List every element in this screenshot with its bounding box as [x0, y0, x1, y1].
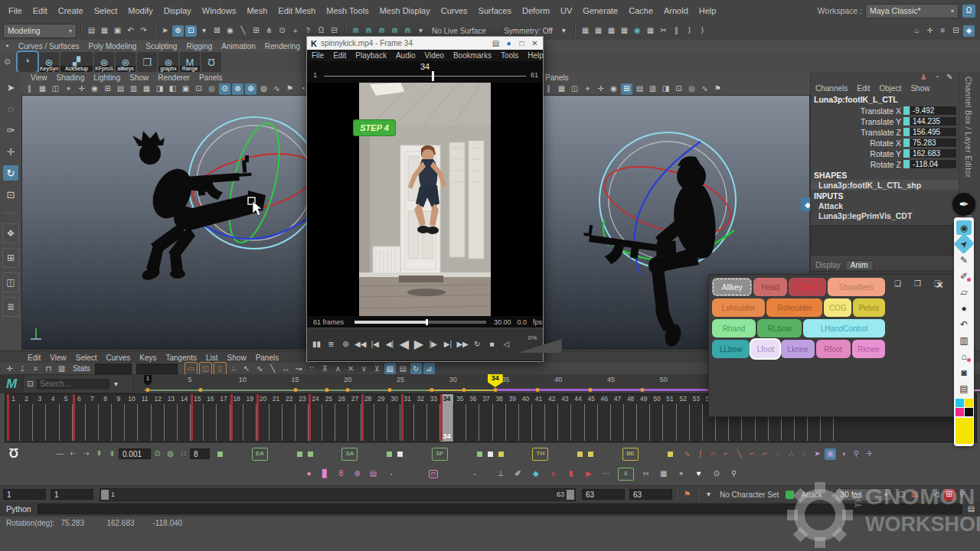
picker-button-rlbow[interactable]: RLbow: [757, 319, 802, 337]
toolbar-icon[interactable]: ◉: [89, 83, 100, 95]
range-slider[interactable]: 1 63: [100, 488, 576, 501]
picker-button-lfoot[interactable]: Lfoot: [751, 340, 779, 358]
picker-button-rknee[interactable]: Rknee: [852, 340, 885, 358]
inputs-icon[interactable]: ⊟: [328, 25, 340, 37]
active-color-swatch[interactable]: [956, 418, 973, 444]
open-scene-icon[interactable]: ▦: [99, 25, 110, 37]
lock-icon[interactable]: Ω: [315, 25, 327, 37]
menu-item[interactable]: Mesh Display: [374, 6, 436, 15]
timeline-frame-6[interactable]: 6: [73, 394, 86, 442]
select-object-icon[interactable]: ⊚: [172, 25, 184, 37]
menu-item[interactable]: Select: [89, 6, 123, 15]
anim-key-square[interactable]: [668, 452, 673, 457]
menu-item[interactable]: Edit: [28, 6, 53, 15]
shelf-item-acksetup[interactable]: ▞AckSetup: [60, 52, 93, 72]
channel-box-menu-item[interactable]: Show: [906, 84, 934, 93]
grease-pencil-icon[interactable]: ✒: [952, 193, 975, 216]
timeline-frame-11[interactable]: 11: [139, 394, 152, 442]
magenta-swatch[interactable]: [956, 408, 964, 416]
toolbar-icon[interactable]: ⇠: [67, 448, 79, 460]
video-menu-item[interactable]: Edit: [328, 51, 351, 60]
prev-frame-button[interactable]: ◀|: [384, 339, 395, 350]
toolbar-icon[interactable]: ◫: [199, 362, 212, 375]
toolbar-icon[interactable]: ∴: [786, 448, 797, 460]
picker-button-cog[interactable]: COG: [824, 298, 851, 317]
shelf-tab[interactable]: Poly Modeling: [83, 42, 141, 51]
timeline-frame-41[interactable]: 41: [532, 394, 545, 442]
timeline-frame-52[interactable]: 52: [677, 394, 690, 442]
next-frame-button[interactable]: |▶: [427, 339, 439, 350]
mute-button[interactable]: ◁: [930, 489, 942, 500]
menu-item[interactable]: Help: [694, 6, 722, 15]
playback-start-field[interactable]: [51, 489, 93, 500]
toolbar-icon[interactable]: ⇟: [106, 448, 118, 460]
chevron-down-icon[interactable]: ▾: [703, 489, 714, 500]
toolbar-icon[interactable]: ▮: [565, 468, 577, 480]
loop-button[interactable]: ↻: [472, 339, 483, 350]
graph-editor-menu-item[interactable]: Curves: [102, 354, 136, 362]
toolbar-icon[interactable]: ⊼: [319, 363, 331, 374]
menu-item[interactable]: Windows: [197, 6, 242, 15]
menu-item[interactable]: Surfaces: [473, 6, 517, 15]
toolbar-icon[interactable]: ⊓: [43, 363, 54, 374]
character-set-icon[interactable]: ♟: [918, 72, 929, 83]
current-anim-layer-label[interactable]: Attack: [796, 491, 827, 499]
snap-view-icon[interactable]: ⊙: [276, 25, 288, 37]
anim-end-field[interactable]: [629, 489, 672, 500]
timeline-frame-37[interactable]: 37: [479, 394, 492, 442]
video-menu-item[interactable]: Bookmarks: [449, 51, 496, 60]
power-icon[interactable]: ⊙: [152, 448, 163, 460]
toolbar-icon[interactable]: ◍: [258, 83, 270, 95]
snap-grid-icon[interactable]: ⊠: [211, 25, 223, 37]
menu-item[interactable]: Deform: [517, 6, 555, 15]
anim-dots[interactable]: ····: [599, 451, 616, 458]
attribute-value[interactable]: 162.683: [910, 149, 956, 158]
attribute-value[interactable]: -118.04: [910, 160, 956, 168]
expand-icon[interactable]: ⟩: [697, 25, 708, 37]
scale-tool-icon[interactable]: ⊡: [3, 187, 18, 202]
anim-layer-status-icon[interactable]: [786, 491, 794, 499]
timeline-frame-31[interactable]: 31: [401, 394, 414, 442]
dropdown-icon[interactable]: ▾: [415, 25, 426, 37]
link-icon[interactable]: ⋒: [389, 25, 400, 37]
channel-box-menu-item[interactable]: Edit: [852, 84, 874, 93]
graph-editor-menu-item[interactable]: Edit: [23, 354, 45, 362]
toolbar-icon[interactable]: ▥: [647, 83, 658, 95]
render-icon[interactable]: ▦: [580, 25, 591, 37]
toolbar-icon[interactable]: ⇞: [93, 448, 105, 460]
toolbar-icon[interactable]: ⊛: [245, 83, 256, 95]
script-editor-icon[interactable]: ▤: [965, 504, 977, 515]
timeline-frame-12[interactable]: 12: [152, 394, 165, 442]
toolbar-icon[interactable]: ▊: [319, 468, 331, 480]
toolbar-icon[interactable]: ⌐: [720, 448, 732, 460]
timeline-frame-43[interactable]: 43: [558, 394, 571, 442]
graph-editor-menu-item[interactable]: Keys: [135, 354, 161, 362]
timeline-frame-24[interactable]: 24: [309, 394, 322, 442]
toolbar-icon[interactable]: ∴: [773, 448, 784, 460]
save-scene-icon[interactable]: ▣: [112, 25, 123, 37]
toolbar-icon[interactable]: ▤: [368, 468, 379, 480]
anim-dots[interactable]: ····: [228, 451, 246, 458]
play-forward-button[interactable]: ▶: [413, 339, 424, 350]
ipr-render-icon[interactable]: ▦: [606, 25, 617, 37]
stats-value-input[interactable]: [136, 364, 178, 374]
timeline-frame-30[interactable]: 30: [387, 394, 400, 442]
anim-key-square[interactable]: [387, 452, 392, 457]
picker-button-lshoulder[interactable]: Lshoulder: [712, 298, 765, 317]
toolbar-icon[interactable]: ↝: [293, 363, 305, 374]
timeline-frame-42[interactable]: 42: [545, 394, 558, 442]
select-component-icon[interactable]: ⊡: [185, 25, 197, 37]
toolbar-icon[interactable]: ✛: [76, 83, 87, 95]
anim-start-field[interactable]: [3, 489, 46, 500]
eye-icon[interactable]: ◉: [956, 220, 972, 235]
chevron-down-icon[interactable]: ▾: [558, 25, 570, 37]
palette-button[interactable]: ⊛: [340, 339, 351, 350]
viewport-menu-item[interactable]: View: [26, 73, 52, 82]
toolbar-icon[interactable]: ▥: [56, 363, 67, 374]
animbot-logo[interactable]: Ʊ: [5, 445, 23, 462]
video-menu-item[interactable]: File: [307, 51, 328, 60]
viewport-menu-item[interactable]: Shading: [52, 73, 90, 82]
toolbar-icon[interactable]: ▤: [397, 363, 409, 374]
count-field[interactable]: [190, 448, 210, 459]
toolbar-icon[interactable]: ◑: [838, 448, 849, 460]
